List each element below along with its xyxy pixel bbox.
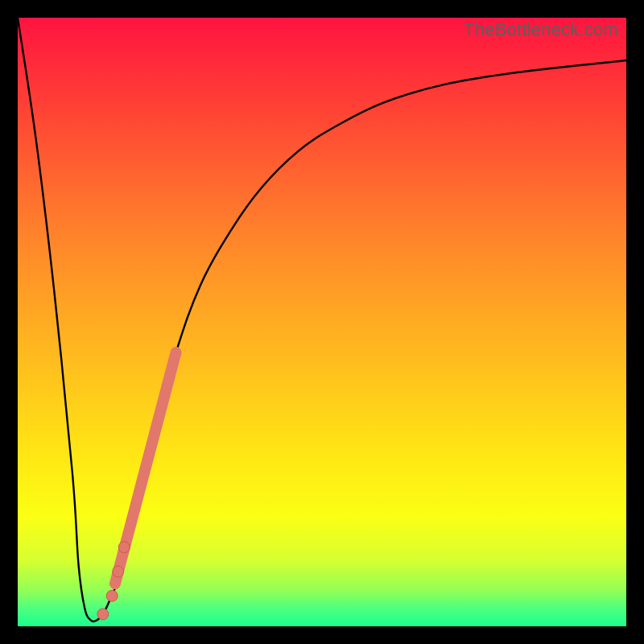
data-dot — [113, 566, 124, 577]
plot-area: TheBottleneck.com — [18, 18, 626, 626]
chart-frame: TheBottleneck.com — [0, 0, 644, 644]
data-dot — [118, 542, 130, 553]
bottleneck-curve — [18, 18, 626, 621]
data-dot — [106, 590, 118, 601]
data-dot — [97, 609, 109, 620]
curve-layer — [18, 18, 626, 626]
